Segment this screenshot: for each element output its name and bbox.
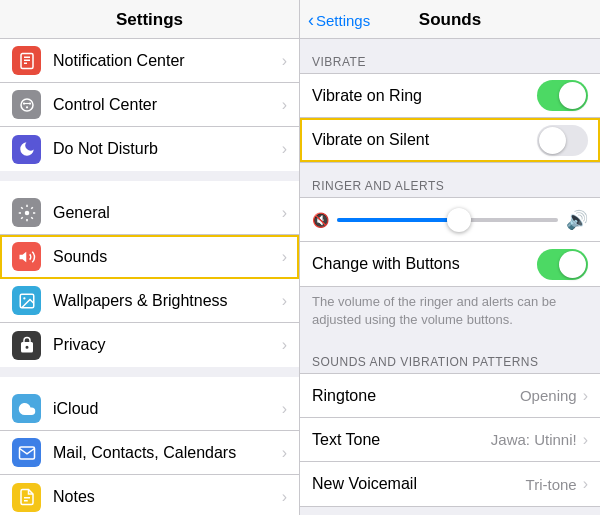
ringtone-label: Ringtone xyxy=(312,387,520,405)
ringtone-value: Opening xyxy=(520,387,577,404)
vibrate-on-silent-label: Vibrate on Silent xyxy=(312,131,537,149)
notes-icon xyxy=(12,483,41,512)
text-tone-chevron: › xyxy=(583,431,588,449)
sidebar-item-privacy[interactable]: Privacy › xyxy=(0,323,299,367)
sidebar-item-control-center[interactable]: Control Center › xyxy=(0,83,299,127)
general-chevron: › xyxy=(282,204,287,222)
control-center-label: Control Center xyxy=(53,96,278,114)
change-with-buttons-knob xyxy=(559,251,586,278)
sidebar-item-mail[interactable]: Mail, Contacts, Calendars › xyxy=(0,431,299,475)
new-voicemail-row[interactable]: New Voicemail Tri-tone › xyxy=(300,462,600,506)
sidebar-item-do-not-disturb[interactable]: Do Not Disturb › xyxy=(0,127,299,171)
wallpaper-label: Wallpapers & Brightness xyxy=(53,292,278,310)
volume-row: 🔇 🔊 xyxy=(300,198,600,242)
change-with-buttons-row[interactable]: Change with Buttons xyxy=(300,242,600,286)
icloud-chevron: › xyxy=(282,400,287,418)
vibrate-section: Vibrate on Ring Vibrate on Silent xyxy=(300,73,600,163)
section-3: iCloud › Mail, Contacts, Calendars › Not… xyxy=(0,387,299,515)
right-title: Sounds xyxy=(419,10,481,30)
right-content: VIBRATE Vibrate on Ring Vibrate on Silen… xyxy=(300,39,600,515)
wallpaper-chevron: › xyxy=(282,292,287,310)
vibrate-on-ring-label: Vibrate on Ring xyxy=(312,87,537,105)
svg-point-9 xyxy=(24,210,29,215)
patterns-section-header: SOUNDS AND VIBRATION PATTERNS xyxy=(300,339,600,373)
svg-point-12 xyxy=(23,297,25,299)
do-not-disturb-label: Do Not Disturb xyxy=(53,140,278,158)
right-header: ‹ Settings Sounds xyxy=(300,0,600,39)
vibrate-on-ring-row[interactable]: Vibrate on Ring xyxy=(300,74,600,118)
back-label: Settings xyxy=(316,12,370,29)
vibrate-on-ring-toggle[interactable] xyxy=(537,80,588,111)
volume-high-icon: 🔊 xyxy=(566,209,588,231)
icloud-icon xyxy=(12,394,41,423)
left-title: Settings xyxy=(116,10,183,29)
divider-1 xyxy=(0,171,299,181)
new-voicemail-value: Tri-tone xyxy=(526,476,577,493)
svg-marker-10 xyxy=(19,251,26,262)
do-not-disturb-icon xyxy=(12,135,41,164)
svg-point-4 xyxy=(21,99,33,111)
sidebar-item-notification-center[interactable]: Notification Center › xyxy=(0,39,299,83)
vibrate-on-silent-knob xyxy=(539,127,566,154)
do-not-disturb-chevron: › xyxy=(282,140,287,158)
left-header: Settings xyxy=(0,0,299,39)
left-panel: Settings Notification Center › Control C… xyxy=(0,0,300,515)
vibrate-on-silent-toggle[interactable] xyxy=(537,125,588,156)
vibrate-section-header: VIBRATE xyxy=(300,39,600,73)
notification-center-chevron: › xyxy=(282,52,287,70)
volume-low-icon: 🔇 xyxy=(312,212,329,228)
control-center-icon xyxy=(12,90,41,119)
ringer-section-header: RINGER AND ALERTS xyxy=(300,163,600,197)
section-1: Notification Center › Control Center › D… xyxy=(0,39,299,171)
mail-chevron: › xyxy=(282,444,287,462)
new-voicemail-label: New Voicemail xyxy=(312,475,526,493)
ringtone-row[interactable]: Ringtone Opening › xyxy=(300,374,600,418)
ringer-section: 🔇 🔊 Change with Buttons xyxy=(300,197,600,287)
ringer-description: The volume of the ringer and alerts can … xyxy=(300,287,600,339)
right-panel: ‹ Settings Sounds VIBRATE Vibrate on Rin… xyxy=(300,0,600,515)
patterns-section: Ringtone Opening › Text Tone Jawa: Utinn… xyxy=(300,373,600,507)
sidebar-item-general[interactable]: General › xyxy=(0,191,299,235)
notification-center-label: Notification Center xyxy=(53,52,278,70)
change-with-buttons-toggle[interactable] xyxy=(537,249,588,280)
divider-2 xyxy=(0,367,299,377)
section-2: General › Sounds › Wallpapers & Brightne… xyxy=(0,191,299,367)
sidebar-item-notes[interactable]: Notes › xyxy=(0,475,299,515)
text-tone-label: Text Tone xyxy=(312,431,491,449)
mail-label: Mail, Contacts, Calendars xyxy=(53,444,278,462)
general-icon xyxy=(12,198,41,227)
sounds-label: Sounds xyxy=(53,248,278,266)
back-chevron-icon: ‹ xyxy=(308,10,314,31)
notes-chevron: › xyxy=(282,488,287,506)
volume-slider-thumb[interactable] xyxy=(447,208,471,232)
settings-list: Notification Center › Control Center › D… xyxy=(0,39,299,515)
ringtone-chevron: › xyxy=(583,387,588,405)
general-label: General xyxy=(53,204,278,222)
text-tone-row[interactable]: Text Tone Jawa: Utinni! › xyxy=(300,418,600,462)
control-center-chevron: › xyxy=(282,96,287,114)
sidebar-item-sounds[interactable]: Sounds › xyxy=(0,235,299,279)
notification-center-icon xyxy=(12,46,41,75)
sounds-icon xyxy=(12,242,41,271)
sidebar-item-icloud[interactable]: iCloud › xyxy=(0,387,299,431)
privacy-icon xyxy=(12,331,41,360)
volume-slider-fill xyxy=(337,218,459,222)
svg-point-7 xyxy=(25,106,27,108)
wallpaper-icon xyxy=(12,286,41,315)
privacy-label: Privacy xyxy=(53,336,278,354)
volume-slider-track[interactable] xyxy=(337,218,558,222)
back-button[interactable]: ‹ Settings xyxy=(308,10,370,31)
text-tone-value: Jawa: Utinni! xyxy=(491,431,577,448)
notes-label: Notes xyxy=(53,488,278,506)
change-with-buttons-label: Change with Buttons xyxy=(312,255,537,273)
icloud-label: iCloud xyxy=(53,400,278,418)
vibrate-on-silent-row[interactable]: Vibrate on Silent xyxy=(300,118,600,162)
sounds-chevron: › xyxy=(282,248,287,266)
new-voicemail-chevron: › xyxy=(583,475,588,493)
privacy-chevron: › xyxy=(282,336,287,354)
sidebar-item-wallpaper[interactable]: Wallpapers & Brightness › xyxy=(0,279,299,323)
mail-icon xyxy=(12,438,41,467)
vibrate-on-ring-knob xyxy=(559,82,586,109)
